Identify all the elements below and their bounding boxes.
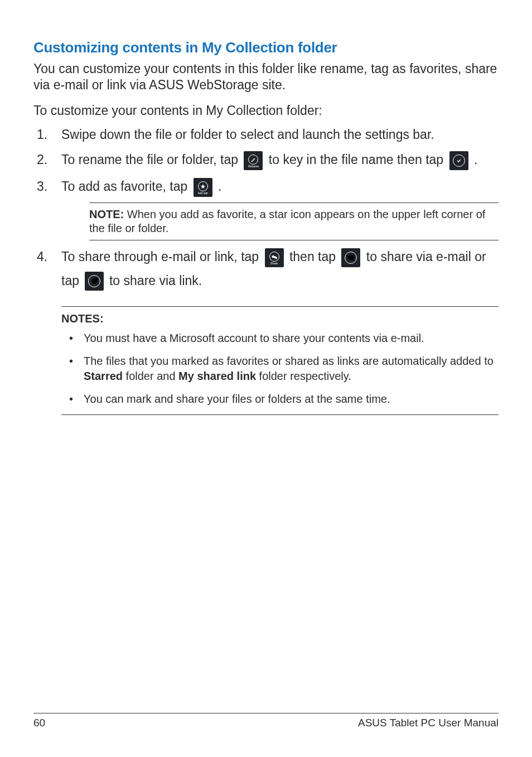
share-label: Share (270, 262, 278, 265)
step-4-text-b: then tap (289, 249, 340, 264)
note-text: When you add as favorite, a star icon ap… (89, 208, 485, 234)
note-2-starred: Starred (84, 370, 123, 382)
star-circle-icon: ★ (198, 181, 208, 191)
page-number: 60 (33, 717, 45, 729)
share-link-icon (85, 272, 104, 291)
notes-heading: NOTES: (61, 312, 499, 325)
link-circle-icon (88, 275, 100, 287)
step-4: To share through e-mail or link, tap ➦ S… (33, 248, 499, 291)
pencil-circle-icon (248, 155, 258, 165)
steps-list: Swipe down the file or folder to select … (33, 126, 499, 291)
mail-circle-icon (345, 252, 357, 264)
step-2-text-b: to key in the file name then tap (269, 152, 447, 167)
share-icon: ➦ Share (265, 248, 284, 267)
section-heading: Customizing contents in My Collection fo… (33, 39, 499, 56)
note-item-1: You must have a Microsoft account to sha… (61, 331, 499, 346)
addstar-label: Add star (197, 192, 208, 195)
note-2-c: folder and (123, 370, 178, 382)
step-2-text-c: . (474, 152, 477, 167)
notes-list: You must have a Microsoft account to sha… (61, 331, 499, 407)
step-3-text-a: To add as favorite, tap (61, 179, 191, 194)
note-block: NOTE: When you add as favorite, a star i… (89, 202, 499, 240)
check-circle-icon (453, 155, 465, 167)
step-4-text-e: to share via link. (109, 272, 202, 290)
note-2-shared: My shared link (178, 370, 256, 382)
rename-label: Rename (248, 165, 259, 168)
manual-title: ASUS Tablet PC User Manual (358, 717, 499, 729)
step-3: To add as favorite, tap ★ Add star . NOT… (33, 178, 499, 240)
rename-icon: Rename (244, 151, 263, 170)
add-star-icon: ★ Add star (194, 178, 212, 197)
note-item-3: You can mark and share your files or fol… (61, 392, 499, 407)
note-item-2: The files that you marked as favorites o… (61, 354, 499, 384)
checkmark-icon (449, 151, 468, 170)
note-2-e: folder respectively. (256, 370, 351, 382)
step-3-text-b: . (218, 179, 221, 194)
notes-section: NOTES: You must have a Microsoft account… (61, 306, 499, 415)
page-footer: 60 ASUS Tablet PC User Manual (33, 713, 499, 729)
lead-paragraph: To customize your contents in My Collect… (33, 103, 499, 118)
step-1: Swipe down the file or folder to select … (33, 126, 499, 143)
share-email-icon (341, 248, 360, 267)
note-label: NOTE: (89, 208, 124, 220)
step-4-text-c: to share via e-mail or (366, 249, 486, 264)
step-2-text-a: To rename the file or folder, tap (61, 152, 241, 167)
intro-paragraph: You can customize your contents in this … (33, 61, 499, 93)
step-4-text-d: tap (61, 272, 79, 290)
step-4-text-a: To share through e-mail or link, tap (61, 249, 263, 264)
share-circle-icon: ➦ (269, 252, 279, 262)
step-2: To rename the file or folder, tap Rename… (33, 151, 499, 170)
note-2-a: The files that you marked as favorites o… (84, 355, 494, 367)
